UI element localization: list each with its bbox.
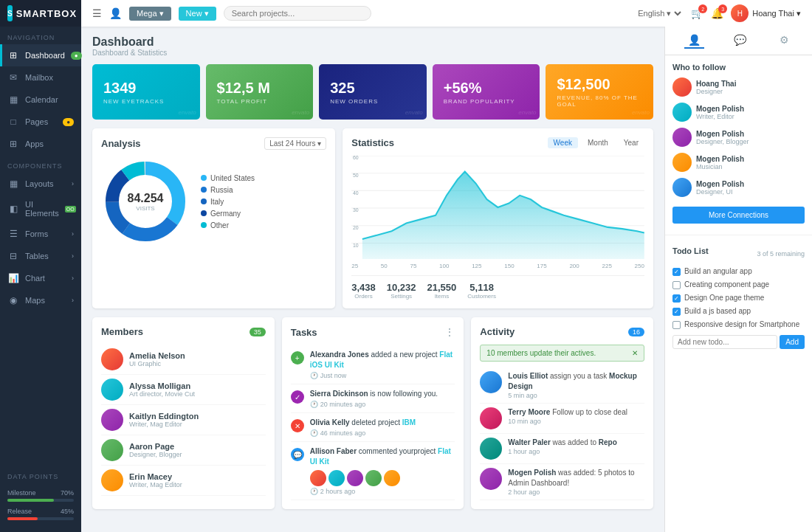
tab-week[interactable]: Week [548, 137, 578, 148]
members-header: Members 35 [101, 326, 266, 337]
legend-label: Russia [210, 186, 233, 194]
tables-arrow: › [72, 252, 74, 260]
sidebar-item-label: Layouts [25, 179, 54, 188]
donut-area: 84.254 VISITS United States Russ [101, 157, 326, 246]
mega-button[interactable]: Mega ▾ [129, 7, 171, 21]
stat-label: BRAND POPULARITY [444, 98, 529, 105]
todo-checkbox[interactable] [672, 321, 681, 329]
sidebar-item-tables[interactable]: ⊟ Tables › [0, 245, 81, 267]
tab-month[interactable]: Month [582, 137, 614, 148]
task-avatar [384, 470, 400, 486]
tab-year[interactable]: Year [618, 137, 644, 148]
analysis-filter[interactable]: Last 24 Hours ▾ [264, 137, 326, 150]
tasks-menu-icon[interactable]: ⋮ [444, 326, 455, 338]
menu-icon[interactable]: ☰ [92, 7, 102, 19]
pages-badge: ● [63, 118, 74, 126]
activity-card: Activity 16 10 members update their acti… [471, 317, 653, 509]
activity-header: Activity 16 [480, 326, 644, 337]
todo-checkbox[interactable] [672, 281, 681, 289]
todo-input[interactable] [672, 335, 777, 349]
todo-checkbox[interactable]: ✓ [672, 294, 681, 303]
follow-item: Hoang Thai Designer [672, 77, 805, 97]
sidebar-item-label: Forms [25, 229, 48, 238]
member-item: Kaitlyn Eddington Writer, Mag Editor [101, 405, 266, 435]
task-item: + Alexandra Jones added a new project Fl… [291, 345, 455, 384]
avatar [672, 153, 692, 172]
activity-badge: 16 [628, 328, 644, 336]
alert-close-icon[interactable]: ✕ [632, 349, 638, 357]
activity-content: Walter Paler was added to Repo 1 hour ag… [508, 438, 616, 460]
sidebar-item-forms[interactable]: ☰ Forms › [0, 223, 81, 245]
apps-icon: ⊞ [7, 138, 19, 150]
todo-item: ✓ Design One page theme [672, 294, 805, 303]
sidebar-item-pages[interactable]: □ Pages ● [0, 111, 81, 133]
todo-text: Creating component page [684, 280, 769, 289]
new-button[interactable]: New ▾ [179, 7, 216, 21]
activity-item: Walter Paler was added to Repo 1 hour ag… [480, 434, 644, 464]
sidebar-item-ui-elements[interactable]: ◧ UI Elements OO [0, 195, 81, 223]
sidebar-item-label: Maps [25, 296, 45, 305]
todo-title: Todo List [672, 246, 709, 255]
todo-header: Todo List 3 of 5 remaining [672, 246, 805, 261]
chart-arrow: › [72, 274, 74, 282]
more-connections-button[interactable]: More Connections [672, 207, 805, 224]
pages-icon: □ [7, 116, 19, 128]
todo-add-button[interactable]: Add [780, 335, 805, 349]
dashboard-badge: ● [71, 52, 82, 60]
sidebar-item-layouts[interactable]: ▦ Layouts › [0, 173, 81, 195]
todo-text: Build an angular app [684, 267, 752, 275]
avatar [480, 371, 502, 393]
milestone-label-row: Milestone 70% [7, 489, 74, 497]
search-input[interactable] [224, 6, 371, 21]
todo-text: Build a js based app [684, 307, 751, 315]
stats-title: Statistics [351, 137, 394, 148]
task-icon-blue: 💬 [291, 448, 304, 461]
member-item: Alyssa Molligan Art director, Movie Cut [101, 375, 266, 405]
calendar-icon: ▦ [7, 94, 19, 106]
sidebar-item-calendar[interactable]: ▦ Calendar [0, 89, 81, 111]
bottom-row: Members 35 Amelia Nelson UI Graphic A [92, 317, 653, 509]
member-info: Alyssa Molligan Art director, Movie Cut [129, 381, 195, 398]
svg-text:20: 20 [353, 224, 359, 231]
cart-button[interactable]: 🛒 2 [691, 7, 703, 19]
user-menu[interactable]: H Hoang Thai ▾ [731, 4, 801, 22]
rp-tab-user[interactable]: 👤 [684, 32, 704, 49]
chart-stat-customers: 5,118 Customers [467, 282, 496, 300]
sidebar-item-maps[interactable]: ◉ Maps › [0, 289, 81, 311]
ui-elements-icon: ◧ [7, 203, 19, 215]
dashboard-icon: ⊞ [7, 49, 19, 61]
chart-x-labels: 25 50 75 100 125 150 175 200 225 250 [351, 263, 644, 269]
legend: United States Russia Italy [201, 174, 255, 229]
member-info: Kaitlyn Eddington Writer, Mag Editor [129, 412, 199, 428]
maps-icon: ◉ [7, 294, 19, 306]
avatar [480, 438, 502, 460]
stat-card-revenue: $12,500 REVENUE, 80% OF THE GOAL envato [546, 64, 653, 120]
stat-label: NEW EYETRACKS [103, 98, 189, 105]
rp-tab-settings[interactable]: ⚙ [776, 32, 793, 49]
sidebar-item-apps[interactable]: ⊞ Apps [0, 133, 81, 155]
analysis-header: Analysis Last 24 Hours ▾ [101, 137, 326, 150]
legend-label: Germany [210, 210, 241, 218]
sidebar-item-mailbox[interactable]: ✉ Mailbox [0, 66, 81, 89]
user-circle-icon[interactable]: 👤 [109, 7, 122, 19]
statistics-card: Statistics Week Month Year [343, 128, 653, 308]
chart-icon: 📊 [7, 272, 19, 284]
rp-tab-chat[interactable]: 💬 [730, 32, 750, 49]
avatar [672, 103, 692, 122]
notifications-button[interactable]: 🔔 3 [711, 7, 723, 19]
todo-checkbox[interactable]: ✓ [672, 268, 681, 276]
language-select[interactable]: English ▾ [635, 8, 684, 18]
search-container [224, 6, 371, 21]
sidebar-logo[interactable]: S SMARTBOX [0, 0, 81, 27]
stat-label: TOTAL PROFIT [217, 98, 303, 105]
sidebar-item-chart[interactable]: 📊 Chart › [0, 267, 81, 289]
activity-item: Mogen Polish was added: 5 photos to Admi… [480, 464, 644, 500]
todo-checkbox[interactable]: ✓ [672, 308, 681, 316]
sidebar-item-dashboard[interactable]: ⊞ Dashboard ● [0, 44, 81, 66]
page-title: Dashboard [92, 35, 653, 49]
stat-card-orders: 325 NEW ORDERS envato [319, 64, 427, 120]
member-info: Aaron Page Designer, Blogger [129, 442, 182, 458]
members-card: Members 35 Amelia Nelson UI Graphic A [92, 317, 275, 509]
activity-item: Terry Moore Follow up to close deal 10 m… [480, 404, 644, 434]
logo-text: SMARTBOX [16, 8, 77, 19]
